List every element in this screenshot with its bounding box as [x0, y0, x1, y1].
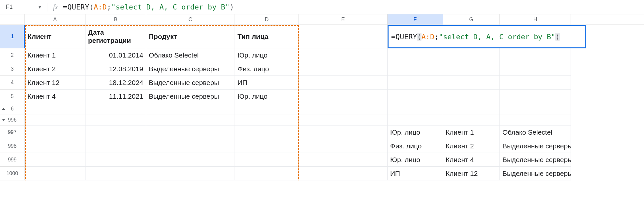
- col-header-a[interactable]: A: [25, 14, 85, 25]
- cell-h6[interactable]: [500, 103, 571, 114]
- col-header-d[interactable]: D: [235, 14, 299, 25]
- cell-b6[interactable]: [85, 103, 146, 114]
- cell-d1[interactable]: Тип лица: [235, 25, 299, 48]
- cell-c1000[interactable]: [146, 167, 235, 180]
- cell-b997[interactable]: [85, 125, 146, 139]
- cell-f3[interactable]: [388, 62, 443, 76]
- cell-c999[interactable]: [146, 153, 235, 167]
- row-header-1000[interactable]: 1000: [0, 167, 25, 180]
- cell-h3[interactable]: [500, 62, 571, 76]
- cell-e2[interactable]: [299, 48, 388, 62]
- collapse-up-icon[interactable]: [2, 108, 5, 110]
- row-header-996[interactable]: 996: [0, 114, 25, 125]
- col-header-g[interactable]: G: [443, 14, 500, 25]
- col-header-c[interactable]: C: [146, 14, 235, 25]
- cell-f996[interactable]: [388, 114, 443, 125]
- col-header-f[interactable]: F: [388, 14, 443, 25]
- cell-c997[interactable]: [146, 125, 235, 139]
- cell-f6[interactable]: [388, 103, 443, 114]
- cell-f997[interactable]: Юр. лицо: [388, 125, 443, 139]
- row-header-3[interactable]: 3: [0, 62, 25, 76]
- cell-e998[interactable]: [299, 139, 388, 153]
- cell-f5[interactable]: [388, 90, 443, 103]
- cell-g997[interactable]: Клиент 1: [443, 125, 500, 139]
- select-all-corner[interactable]: [0, 14, 25, 25]
- cell-f1000[interactable]: ИП: [388, 167, 443, 180]
- cell-b996[interactable]: [85, 114, 146, 125]
- row-header-6[interactable]: 6: [0, 103, 25, 114]
- cell-c998[interactable]: [146, 139, 235, 153]
- cell-a998[interactable]: [25, 139, 85, 153]
- cell-c2[interactable]: Облако Selectel: [146, 48, 235, 62]
- cell-h5[interactable]: [500, 90, 571, 103]
- cell-h996[interactable]: [500, 114, 571, 125]
- row-header-997[interactable]: 997: [0, 125, 25, 139]
- cell-e999[interactable]: [299, 153, 388, 167]
- cell-f1[interactable]: [388, 25, 443, 48]
- cell-a4[interactable]: Клиент 12: [25, 76, 85, 90]
- cell-e996[interactable]: [299, 114, 388, 125]
- col-header-h[interactable]: H: [500, 14, 571, 25]
- cell-c1[interactable]: Продукт: [146, 25, 235, 48]
- cell-e3[interactable]: [299, 62, 388, 76]
- cell-b999[interactable]: [85, 153, 146, 167]
- cell-e1000[interactable]: [299, 167, 388, 180]
- collapse-down-icon[interactable]: [2, 119, 5, 121]
- cell-e5[interactable]: [299, 90, 388, 103]
- cell-c4[interactable]: Выделенные серверы: [146, 76, 235, 90]
- cell-e4[interactable]: [299, 76, 388, 90]
- fx-icon[interactable]: fx: [51, 3, 60, 11]
- cell-d999[interactable]: [235, 153, 299, 167]
- cell-g1[interactable]: [443, 25, 500, 48]
- row-header-999[interactable]: 999: [0, 153, 25, 167]
- cell-b998[interactable]: [85, 139, 146, 153]
- cell-e6[interactable]: [299, 103, 388, 114]
- cell-d6[interactable]: [235, 103, 299, 114]
- name-box[interactable]: F1 ▼: [3, 2, 45, 12]
- cell-f998[interactable]: Физ. лицо: [388, 139, 443, 153]
- cell-b2[interactable]: 01.01.2014: [85, 48, 146, 62]
- cell-d997[interactable]: [235, 125, 299, 139]
- cell-b1000[interactable]: [85, 167, 146, 180]
- cell-d3[interactable]: Физ. лицо: [235, 62, 299, 76]
- cell-b3[interactable]: 12.08.2019: [85, 62, 146, 76]
- col-header-e[interactable]: E: [299, 14, 388, 25]
- cell-a5[interactable]: Клиент 4: [25, 90, 85, 103]
- cell-h2[interactable]: [500, 48, 571, 62]
- cell-a999[interactable]: [25, 153, 85, 167]
- chevron-down-icon[interactable]: ▼: [38, 5, 42, 9]
- formula-input[interactable]: =QUERY(A:D;"select D, A, C order by B"): [63, 0, 234, 14]
- cell-f4[interactable]: [388, 76, 443, 90]
- cell-h997[interactable]: Облако Selectel: [500, 125, 571, 139]
- cell-g5[interactable]: [443, 90, 500, 103]
- cell-g996[interactable]: [443, 114, 500, 125]
- col-header-b[interactable]: B: [85, 14, 146, 25]
- row-header-1[interactable]: 1: [0, 25, 25, 48]
- cell-c3[interactable]: Выделенные серверы: [146, 62, 235, 76]
- cell-d2[interactable]: Юр. лицо: [235, 48, 299, 62]
- cell-g999[interactable]: Клиент 4: [443, 153, 500, 167]
- cell-g998[interactable]: Клиент 2: [443, 139, 500, 153]
- cell-g6[interactable]: [443, 103, 500, 114]
- row-header-2[interactable]: 2: [0, 48, 25, 62]
- row-header-998[interactable]: 998: [0, 139, 25, 153]
- cell-g2[interactable]: [443, 48, 500, 62]
- cell-a996[interactable]: [25, 114, 85, 125]
- cell-b1[interactable]: Дата регистрации: [85, 25, 146, 48]
- cell-h999[interactable]: Выделенные серверы: [500, 153, 571, 167]
- cell-c6[interactable]: [146, 103, 235, 114]
- row-header-4[interactable]: 4: [0, 76, 25, 90]
- cell-f2[interactable]: [388, 48, 443, 62]
- cell-h1000[interactable]: Выделенные серверы: [500, 167, 571, 180]
- cell-e1[interactable]: [299, 25, 388, 48]
- cell-h1[interactable]: [500, 25, 571, 48]
- cell-c5[interactable]: Выделенные серверы: [146, 90, 235, 103]
- cell-b5[interactable]: 11.11.2021: [85, 90, 146, 103]
- cell-g3[interactable]: [443, 62, 500, 76]
- cell-a997[interactable]: [25, 125, 85, 139]
- cell-d996[interactable]: [235, 114, 299, 125]
- cell-a6[interactable]: [25, 103, 85, 114]
- spreadsheet-grid[interactable]: A B C D E F G H 1 Клиент Дата регистраци…: [0, 14, 644, 180]
- cell-d1000[interactable]: [235, 167, 299, 180]
- cell-d5[interactable]: Юр. лицо: [235, 90, 299, 103]
